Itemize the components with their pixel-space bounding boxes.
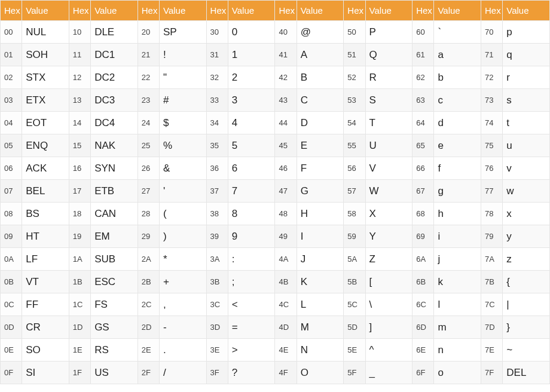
table-row: 0DCR1DGS2D-3D=4DM5D]6Dm7D} (1, 316, 550, 339)
hex-cell: 7B (481, 271, 503, 293)
hex-cell: 3A (206, 248, 228, 271)
hex-cell: 5E (344, 339, 365, 362)
hex-cell: 6D (412, 316, 434, 339)
col-header-value: Value (503, 1, 550, 21)
hex-cell: 1D (69, 316, 90, 339)
col-header-value: Value (228, 1, 275, 21)
value-cell: t (503, 112, 550, 134)
value-cell: p (503, 21, 550, 44)
hex-cell: 7E (481, 339, 503, 362)
hex-cell: 4E (275, 339, 297, 362)
value-cell: EOT (22, 112, 69, 134)
col-header-hex: Hex (481, 1, 503, 21)
value-cell: , (159, 293, 206, 316)
table-row: 0CFF1CFS2C,3C<4CL5C\6Cl7C| (1, 293, 550, 316)
hex-cell: 75 (481, 134, 503, 157)
value-cell: F (297, 157, 344, 180)
value-cell: 6 (228, 157, 275, 180)
value-cell: j (434, 248, 481, 271)
hex-cell: 66 (412, 157, 434, 180)
value-cell: 8 (228, 203, 275, 225)
value-cell: ^ (365, 339, 412, 362)
hex-cell: 64 (412, 112, 434, 134)
value-cell: _ (365, 362, 412, 384)
hex-cell: 74 (481, 112, 503, 134)
value-cell: BS (22, 203, 69, 225)
value-cell: s (503, 89, 550, 112)
value-cell: e (434, 134, 481, 157)
value-cell: SYN (91, 157, 138, 180)
hex-cell: 5F (344, 362, 365, 384)
value-cell: D (297, 112, 344, 134)
value-cell: N (297, 339, 344, 362)
hex-cell: 2D (138, 316, 159, 339)
hex-cell: 28 (138, 203, 159, 225)
hex-cell: 27 (138, 180, 159, 203)
value-cell: u (503, 134, 550, 157)
value-cell: ) (159, 225, 206, 248)
hex-cell: 63 (412, 89, 434, 112)
value-cell: 5 (228, 134, 275, 157)
hex-cell: 3C (206, 293, 228, 316)
hex-cell: 30 (206, 21, 228, 44)
hex-cell: 73 (481, 89, 503, 112)
hex-cell: 0F (1, 362, 22, 384)
hex-cell: 31 (206, 44, 228, 66)
value-cell: O (297, 362, 344, 384)
hex-cell: 0B (1, 271, 22, 293)
hex-cell: 33 (206, 89, 228, 112)
hex-cell: 1E (69, 339, 90, 362)
value-cell: VT (22, 271, 69, 293)
hex-cell: 15 (69, 134, 90, 157)
hex-cell: 38 (206, 203, 228, 225)
value-cell: ` (434, 21, 481, 44)
hex-cell: 1F (69, 362, 90, 384)
value-cell: ENQ (22, 134, 69, 157)
hex-cell: 5A (344, 248, 365, 271)
col-header-hex: Hex (344, 1, 365, 21)
hex-cell: 79 (481, 225, 503, 248)
hex-cell: 34 (206, 112, 228, 134)
hex-cell: 47 (275, 180, 297, 203)
hex-cell: 59 (344, 225, 365, 248)
value-cell: L (297, 293, 344, 316)
hex-cell: 12 (69, 66, 90, 89)
value-cell: + (159, 271, 206, 293)
hex-cell: 05 (1, 134, 22, 157)
col-header-hex: Hex (138, 1, 159, 21)
hex-cell: 52 (344, 66, 365, 89)
col-header-value: Value (91, 1, 138, 21)
hex-cell: 4A (275, 248, 297, 271)
hex-cell: 4B (275, 271, 297, 293)
value-cell: GS (91, 316, 138, 339)
col-header-hex: Hex (206, 1, 228, 21)
hex-cell: 18 (69, 203, 90, 225)
value-cell: = (228, 316, 275, 339)
hex-cell: 26 (138, 157, 159, 180)
hex-cell: 10 (69, 21, 90, 44)
value-cell: v (503, 157, 550, 180)
value-cell: SOH (22, 44, 69, 66)
value-cell: } (503, 316, 550, 339)
value-cell: X (365, 203, 412, 225)
value-cell: o (434, 362, 481, 384)
value-cell: % (159, 134, 206, 157)
hex-cell: 46 (275, 157, 297, 180)
hex-cell: 39 (206, 225, 228, 248)
table-row: 06ACK16SYN26&36646F56V66f76v (1, 157, 550, 180)
table-row: 02STX12DC222"32242B52R62b72r (1, 66, 550, 89)
table-row: 00NUL10DLE20SP30040@50P60`70p (1, 21, 550, 44)
value-cell: @ (297, 21, 344, 44)
hex-cell: 04 (1, 112, 22, 134)
value-cell: f (434, 157, 481, 180)
hex-cell: 2F (138, 362, 159, 384)
hex-cell: 53 (344, 89, 365, 112)
hex-cell: 02 (1, 66, 22, 89)
hex-cell: 54 (344, 112, 365, 134)
value-cell: NUL (22, 21, 69, 44)
table-row: 0FSI1FUS2F/3F?4FO5F_6Fo7FDEL (1, 362, 550, 384)
value-cell: T (365, 112, 412, 134)
value-cell: & (159, 157, 206, 180)
value-cell: DC4 (91, 112, 138, 134)
hex-cell: 3E (206, 339, 228, 362)
